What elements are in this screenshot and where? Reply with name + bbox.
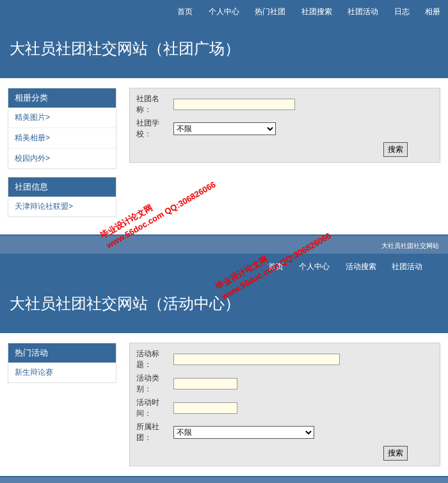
search-form-1: 社团名称： 社团学校： 不限 搜索	[129, 88, 440, 163]
nav-blog[interactable]: 日志	[394, 7, 410, 16]
main-2: 活动标题： 活动类别： 活动时间： 所属社团： 不限	[129, 343, 440, 466]
select-belong-club[interactable]: 不限	[173, 426, 314, 439]
nav-hot-club[interactable]: 热门社团	[255, 7, 285, 16]
label-activity-time: 活动时间：	[136, 397, 173, 419]
sidebar-block-hot-activity: 热门活动 新生辩论赛	[8, 343, 116, 383]
button-row-1: 搜索	[136, 142, 433, 157]
label-activity-title: 活动标题：	[136, 348, 173, 370]
label-activity-category: 活动类别：	[136, 373, 173, 395]
nav-personal-2[interactable]: 个人中心	[299, 262, 330, 271]
footer-1: 大社员社团社交网站	[0, 234, 448, 255]
sidebar-item[interactable]: 精美相册>	[8, 128, 116, 149]
banner-1: 大社员社团社交网站（社团广场）	[0, 22, 448, 78]
nav-club-activity-2[interactable]: 社团活动	[392, 262, 422, 271]
page-title-2: 大社员社团社交网站（活动中心）	[10, 293, 438, 314]
content-2: 热门活动 新生辩论赛 活动标题： 活动类别： 活动时间：	[0, 333, 448, 476]
button-row-2: 搜索	[136, 446, 433, 461]
search-button-2[interactable]: 搜索	[383, 446, 408, 461]
content-1: 相册分类 精美图片> 精美相册> 校园内外> 社团信息 天津辩论社联盟> 社团名…	[0, 78, 448, 234]
topnav-2: 首页 个人中心 活动搜索 社团活动	[0, 255, 448, 277]
footer-text-1: 大社员社团社交网站	[381, 242, 439, 249]
form-row-category: 活动类别：	[136, 373, 433, 395]
form-row-title: 活动标题：	[136, 348, 433, 370]
section-activity-center: 首页 个人中心 活动搜索 社团活动 大社员社团社交网站（活动中心） 热门活动 新…	[0, 255, 448, 483]
nav-album[interactable]: 相册	[425, 7, 440, 16]
sidebar-item[interactable]: 天津辩论社联盟>	[8, 197, 116, 217]
sidebar-block-clubinfo: 社团信息 天津辩论社联盟>	[8, 177, 116, 217]
page-title-1: 大社员社团社交网站（社团广场）	[10, 38, 438, 59]
form-row-time: 活动时间：	[136, 397, 433, 419]
sidebar-1: 相册分类 精美图片> 精美相册> 校园内外> 社团信息 天津辩论社联盟>	[8, 88, 116, 225]
nav-home-2[interactable]: 首页	[268, 262, 284, 271]
form-row-school: 社团学校： 不限	[136, 118, 433, 140]
label-club-school: 社团学校：	[136, 118, 173, 140]
footer-2: 大社员社团社交网站	[0, 476, 448, 483]
sidebar-title-album: 相册分类	[8, 88, 116, 108]
label-club-name: 社团名称：	[136, 94, 173, 115]
sidebar-title-hot-activity: 热门活动	[8, 343, 116, 363]
sidebar-title-clubinfo: 社团信息	[8, 177, 116, 197]
select-club-school[interactable]: 不限	[173, 122, 276, 135]
section-club-square: 首页 个人中心 热门社团 社团搜索 社团活动 日志 相册 大社员社团社交网站（社…	[0, 0, 448, 255]
input-club-name[interactable]	[173, 99, 295, 110]
search-button[interactable]: 搜索	[383, 142, 408, 157]
sidebar-item[interactable]: 新生辩论赛	[8, 363, 116, 382]
input-activity-title[interactable]	[173, 354, 340, 365]
sidebar-item[interactable]: 精美图片>	[8, 108, 116, 128]
topnav-1: 首页 个人中心 热门社团 社团搜索 社团活动 日志 相册	[0, 0, 448, 22]
sidebar-item[interactable]: 校园内外>	[8, 149, 116, 168]
nav-club-activity[interactable]: 社团活动	[348, 7, 378, 16]
form-row-club: 所属社团： 不限	[136, 422, 433, 443]
sidebar-block-album: 相册分类 精美图片> 精美相册> 校园内外>	[8, 88, 116, 169]
nav-personal[interactable]: 个人中心	[209, 7, 239, 16]
label-belong-club: 所属社团：	[136, 422, 173, 443]
search-form-2: 活动标题： 活动类别： 活动时间： 所属社团： 不限	[129, 343, 440, 466]
main-1: 社团名称： 社团学校： 不限 搜索	[129, 88, 440, 225]
nav-activity-search[interactable]: 活动搜索	[346, 262, 376, 271]
form-row-name: 社团名称：	[136, 94, 433, 115]
sidebar-2: 热门活动 新生辩论赛	[8, 343, 116, 466]
banner-2: 大社员社团社交网站（活动中心）	[0, 277, 448, 333]
nav-home[interactable]: 首页	[177, 7, 193, 16]
nav-club-search[interactable]: 社团搜索	[301, 7, 332, 16]
input-activity-time[interactable]	[173, 402, 237, 414]
input-activity-category[interactable]	[173, 378, 237, 389]
